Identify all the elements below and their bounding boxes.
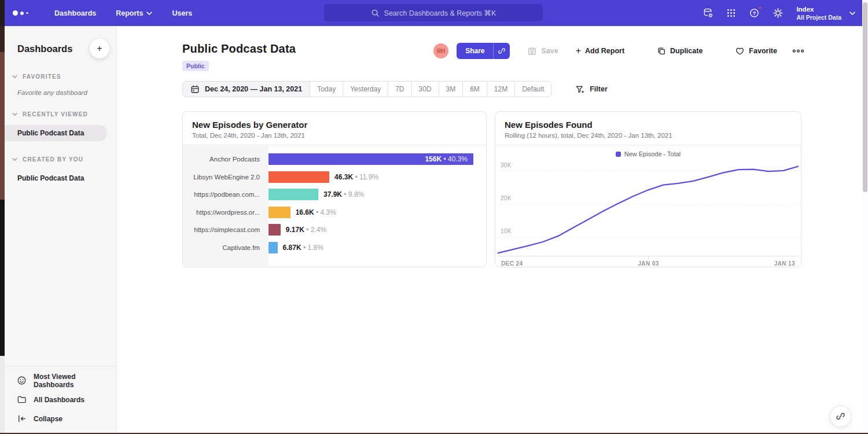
add-report-button[interactable]: + Add Report (576, 46, 624, 56)
date-preset-default[interactable]: Default (515, 82, 551, 97)
duplicate-button[interactable]: Duplicate (657, 46, 703, 56)
scrollbar-thumb[interactable] (863, 2, 867, 192)
x-tick-dec24: DEC 24 (501, 260, 523, 267)
bar-category-label: https://simplecast.com (183, 221, 269, 239)
bar-chart: Anchor PodcastsLibsyn WebEngine 2.0https… (183, 145, 486, 266)
link-icon (498, 47, 506, 55)
collapse-icon (17, 414, 27, 424)
sidebar-item-public-podcast-data-created[interactable]: Public Podcast Data (5, 170, 116, 186)
search-icon (371, 9, 380, 17)
bar-value-label: 156K • 40.3% (425, 155, 468, 163)
copy-link-floating-button[interactable] (830, 406, 851, 427)
folder-icon (17, 395, 27, 404)
more-options-button[interactable] (792, 49, 804, 53)
notification-dot (758, 6, 762, 10)
date-preset-3m[interactable]: 3M (439, 82, 464, 97)
x-tick-jan03: JAN 03 (638, 260, 659, 267)
nav-dashboards[interactable]: Dashboards (54, 9, 96, 17)
bar-chart-card[interactable]: New Episodes by Generator Total, Dec 24t… (182, 111, 487, 267)
page-title: Public Podcast Data (182, 42, 296, 56)
chevron-down-icon (12, 158, 17, 161)
share-button[interactable]: Share (457, 43, 493, 59)
date-preset-yesterday[interactable]: Yesterday (343, 82, 388, 97)
nav-users[interactable]: Users (172, 9, 192, 17)
y-tick-20k: 20K (501, 195, 512, 201)
bar-chart-labels: Anchor PodcastsLibsyn WebEngine 2.0https… (183, 145, 269, 266)
filter-funnel-icon (575, 84, 585, 94)
public-badge: Public (182, 61, 209, 71)
date-range-text: Dec 24, 2020 — Jan 13, 2021 (205, 85, 302, 93)
heart-icon (735, 46, 745, 56)
bar[interactable] (269, 189, 318, 200)
collapse-sidebar-button[interactable]: Collapse (5, 409, 116, 428)
most-viewed-dashboards-button[interactable]: Most Viewed Dashboards (5, 371, 116, 390)
svg-text:?: ? (753, 10, 756, 16)
bar-row[interactable]: 156K • 40.3% (269, 150, 473, 168)
search-input[interactable]: Search Dashboards & Reports ⌘K (324, 4, 543, 21)
date-preset-6m[interactable]: 6M (463, 82, 487, 97)
y-tick-30k: 30K (501, 162, 512, 168)
share-link-button[interactable] (493, 43, 510, 59)
bar[interactable]: 156K • 40.3% (269, 153, 473, 165)
calendar-icon (190, 84, 200, 94)
section-recently-viewed[interactable]: RECENTLY VIEWED (5, 111, 116, 117)
y-tick-10k: 10K (501, 228, 512, 234)
kebab-menu-icon (792, 49, 804, 53)
settings-gear-icon[interactable] (773, 8, 784, 19)
chevron-down-icon (146, 12, 152, 15)
x-tick-jan13: JAN 13 (774, 260, 795, 267)
bar[interactable] (269, 171, 329, 183)
date-range-control: Dec 24, 2020 — Jan 13, 2021 TodayYesterd… (182, 81, 551, 97)
date-preset-today[interactable]: Today (310, 82, 343, 97)
bar-chart-bars: 156K • 40.3%46.3K • 11.9%37.9K • 9.8%16.… (269, 145, 486, 266)
bar-row[interactable]: 37.9K • 9.8% (269, 186, 473, 204)
bar-value-label: 16.6K • 4.3% (296, 208, 336, 216)
data-management-icon[interactable] (703, 8, 713, 19)
apps-grid-icon[interactable] (726, 8, 736, 18)
date-presets: TodayYesterday7D30D3M6M12MDefault (310, 82, 551, 97)
app-window: Dashboards Reports Users Search Dashboar… (5, 0, 862, 433)
sidebar-item-public-podcast-data[interactable]: Public Podcast Data (5, 125, 107, 141)
section-created-by-you[interactable]: CREATED BY YOU (5, 156, 116, 163)
favorites-empty-text: Favorite any dashboard (5, 80, 116, 96)
line-chart-x-axis: DEC 24 JAN 03 JAN 13 (498, 256, 799, 267)
filter-button[interactable]: Filter (575, 84, 608, 94)
sidebar-title: Dashboards (17, 43, 72, 54)
all-dashboards-button[interactable]: All Dashboards (5, 390, 116, 409)
add-dashboard-button[interactable]: + (90, 39, 109, 58)
background-window-strip (0, 0, 5, 434)
bar[interactable] (269, 242, 278, 253)
date-range-picker[interactable]: Dec 24, 2020 — Jan 13, 2021 (183, 82, 310, 97)
bar-row[interactable]: 9.17K • 2.4% (269, 221, 473, 239)
line-chart-card[interactable]: New Episodes Found Rolling (12 hours), t… (495, 111, 801, 267)
help-icon[interactable]: ? (749, 8, 760, 19)
bar-category-label: Anchor Podcasts (183, 150, 269, 168)
bar[interactable] (269, 207, 290, 218)
date-preset-7d[interactable]: 7D (388, 82, 411, 97)
bar[interactable] (269, 224, 281, 236)
main-content: Public Podcast Data Public RH Share Save (117, 26, 862, 433)
favorite-button[interactable]: Favorite (735, 46, 777, 56)
section-favorites[interactable]: FAVORITES (5, 73, 116, 80)
mixpanel-logo-icon[interactable] (13, 10, 38, 16)
date-preset-30d[interactable]: 30D (412, 82, 439, 97)
chevron-down-icon (849, 12, 855, 15)
date-preset-12m[interactable]: 12M (487, 82, 515, 97)
sidebar-footer: Most Viewed Dashboards All Dashboards Co… (5, 366, 116, 432)
bar-category-label: Libsyn WebEngine 2.0 (183, 168, 269, 186)
project-switcher[interactable]: Index All Project Data (796, 5, 855, 21)
bar-row[interactable]: 46.3K • 11.9% (269, 168, 473, 186)
bar-value-label: 9.17K • 2.4% (286, 226, 326, 234)
legend-label: New Episode - Total (624, 150, 681, 157)
bar-row[interactable]: 6.87K • 1.8% (269, 239, 473, 257)
scrollbar-track[interactable] (862, 0, 868, 434)
line-chart-plot: 30K 20K 10K (498, 160, 799, 256)
nav-reports[interactable]: Reports (116, 9, 152, 17)
line-series (498, 160, 799, 256)
legend-swatch (616, 152, 621, 157)
avatar[interactable]: RH (433, 43, 448, 58)
bar-row[interactable]: 16.6K • 4.3% (269, 204, 473, 222)
save-icon (527, 46, 537, 56)
bar-value-label: 37.9K • 9.8% (323, 190, 364, 198)
save-button[interactable]: Save (527, 46, 558, 56)
